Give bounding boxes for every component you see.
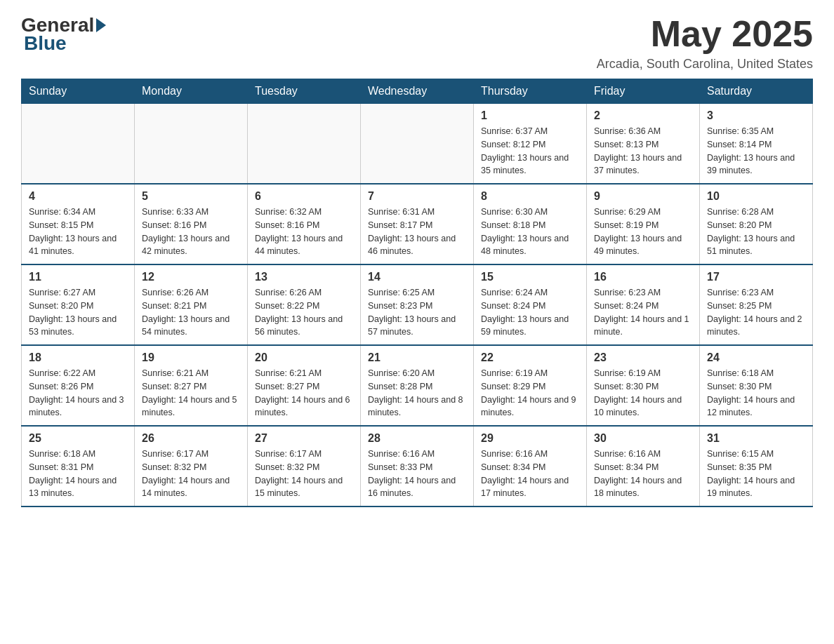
calendar-cell	[135, 104, 248, 185]
calendar-cell	[22, 104, 135, 185]
calendar-cell: 10Sunrise: 6:28 AM Sunset: 8:20 PM Dayli…	[700, 184, 813, 264]
day-number: 6	[255, 190, 353, 203]
calendar-cell: 22Sunrise: 6:19 AM Sunset: 8:29 PM Dayli…	[474, 345, 587, 426]
day-number: 3	[707, 109, 805, 122]
day-info: Sunrise: 6:19 AM Sunset: 8:29 PM Dayligh…	[481, 367, 579, 420]
day-number: 11	[29, 271, 127, 283]
calendar-cell: 16Sunrise: 6:23 AM Sunset: 8:24 PM Dayli…	[587, 264, 700, 345]
week-row-3: 11Sunrise: 6:27 AM Sunset: 8:20 PM Dayli…	[22, 264, 813, 345]
day-number: 30	[594, 432, 692, 445]
header-thursday: Thursday	[474, 79, 587, 104]
day-number: 15	[481, 271, 579, 283]
day-info: Sunrise: 6:35 AM Sunset: 8:14 PM Dayligh…	[707, 125, 805, 177]
day-number: 17	[707, 271, 805, 283]
day-info: Sunrise: 6:23 AM Sunset: 8:24 PM Dayligh…	[594, 286, 692, 339]
calendar-cell: 30Sunrise: 6:16 AM Sunset: 8:34 PM Dayli…	[587, 426, 700, 507]
day-info: Sunrise: 6:17 AM Sunset: 8:32 PM Dayligh…	[142, 448, 240, 500]
day-number: 26	[142, 432, 240, 445]
location-text: Arcadia, South Carolina, United States	[597, 57, 813, 72]
day-info: Sunrise: 6:21 AM Sunset: 8:27 PM Dayligh…	[142, 367, 240, 420]
page-header: General Blue May 2025 Arcadia, South Car…	[21, 14, 813, 72]
day-info: Sunrise: 6:16 AM Sunset: 8:34 PM Dayligh…	[594, 448, 692, 500]
calendar-cell: 29Sunrise: 6:16 AM Sunset: 8:34 PM Dayli…	[474, 426, 587, 507]
calendar-cell: 3Sunrise: 6:35 AM Sunset: 8:14 PM Daylig…	[700, 104, 813, 185]
day-info: Sunrise: 6:24 AM Sunset: 8:24 PM Dayligh…	[481, 286, 579, 339]
week-row-2: 4Sunrise: 6:34 AM Sunset: 8:15 PM Daylig…	[22, 184, 813, 264]
day-number: 1	[481, 109, 579, 122]
calendar-cell: 21Sunrise: 6:20 AM Sunset: 8:28 PM Dayli…	[361, 345, 474, 426]
day-info: Sunrise: 6:34 AM Sunset: 8:15 PM Dayligh…	[29, 206, 127, 258]
calendar-cell: 6Sunrise: 6:32 AM Sunset: 8:16 PM Daylig…	[248, 184, 361, 264]
calendar-header: SundayMondayTuesdayWednesdayThursdayFrid…	[22, 79, 813, 104]
month-title: May 2025	[597, 14, 813, 54]
day-info: Sunrise: 6:16 AM Sunset: 8:34 PM Dayligh…	[481, 448, 579, 500]
calendar-cell: 7Sunrise: 6:31 AM Sunset: 8:17 PM Daylig…	[361, 184, 474, 264]
day-number: 19	[142, 351, 240, 364]
day-info: Sunrise: 6:25 AM Sunset: 8:23 PM Dayligh…	[368, 286, 466, 339]
calendar-cell	[248, 104, 361, 185]
header-sunday: Sunday	[22, 79, 135, 104]
calendar-cell: 9Sunrise: 6:29 AM Sunset: 8:19 PM Daylig…	[587, 184, 700, 264]
day-number: 2	[594, 109, 692, 122]
day-info: Sunrise: 6:19 AM Sunset: 8:30 PM Dayligh…	[594, 367, 692, 420]
logo-blue-text: Blue	[24, 32, 67, 54]
day-info: Sunrise: 6:28 AM Sunset: 8:20 PM Dayligh…	[707, 206, 805, 258]
day-info: Sunrise: 6:21 AM Sunset: 8:27 PM Dayligh…	[255, 367, 353, 420]
calendar-cell	[361, 104, 474, 185]
day-info: Sunrise: 6:27 AM Sunset: 8:20 PM Dayligh…	[29, 286, 127, 339]
day-info: Sunrise: 6:15 AM Sunset: 8:35 PM Dayligh…	[707, 448, 805, 500]
day-info: Sunrise: 6:18 AM Sunset: 8:30 PM Dayligh…	[707, 367, 805, 420]
day-number: 7	[368, 190, 466, 203]
day-info: Sunrise: 6:37 AM Sunset: 8:12 PM Dayligh…	[481, 125, 579, 177]
calendar-table: SundayMondayTuesdayWednesdayThursdayFrid…	[21, 79, 813, 507]
logo: General Blue	[21, 14, 108, 55]
calendar-cell: 26Sunrise: 6:17 AM Sunset: 8:32 PM Dayli…	[135, 426, 248, 507]
calendar-cell: 17Sunrise: 6:23 AM Sunset: 8:25 PM Dayli…	[700, 264, 813, 345]
day-info: Sunrise: 6:32 AM Sunset: 8:16 PM Dayligh…	[255, 206, 353, 258]
day-info: Sunrise: 6:16 AM Sunset: 8:33 PM Dayligh…	[368, 448, 466, 500]
day-number: 29	[481, 432, 579, 445]
day-number: 20	[255, 351, 353, 364]
day-number: 13	[255, 271, 353, 283]
calendar-cell: 14Sunrise: 6:25 AM Sunset: 8:23 PM Dayli…	[361, 264, 474, 345]
calendar-cell: 25Sunrise: 6:18 AM Sunset: 8:31 PM Dayli…	[22, 426, 135, 507]
day-number: 23	[594, 351, 692, 364]
day-number: 25	[29, 432, 127, 445]
calendar-cell: 1Sunrise: 6:37 AM Sunset: 8:12 PM Daylig…	[474, 104, 587, 185]
header-tuesday: Tuesday	[248, 79, 361, 104]
header-wednesday: Wednesday	[361, 79, 474, 104]
calendar-cell: 24Sunrise: 6:18 AM Sunset: 8:30 PM Dayli…	[700, 345, 813, 426]
day-info: Sunrise: 6:30 AM Sunset: 8:18 PM Dayligh…	[481, 206, 579, 258]
day-number: 27	[255, 432, 353, 445]
day-info: Sunrise: 6:22 AM Sunset: 8:26 PM Dayligh…	[29, 367, 127, 420]
day-info: Sunrise: 6:26 AM Sunset: 8:22 PM Dayligh…	[255, 286, 353, 339]
day-number: 4	[29, 190, 127, 203]
calendar-cell: 15Sunrise: 6:24 AM Sunset: 8:24 PM Dayli…	[474, 264, 587, 345]
days-of-week-row: SundayMondayTuesdayWednesdayThursdayFrid…	[22, 79, 813, 104]
header-saturday: Saturday	[700, 79, 813, 104]
day-number: 31	[707, 432, 805, 445]
day-info: Sunrise: 6:31 AM Sunset: 8:17 PM Dayligh…	[368, 206, 466, 258]
calendar-cell: 13Sunrise: 6:26 AM Sunset: 8:22 PM Dayli…	[248, 264, 361, 345]
day-info: Sunrise: 6:26 AM Sunset: 8:21 PM Dayligh…	[142, 286, 240, 339]
calendar-cell: 23Sunrise: 6:19 AM Sunset: 8:30 PM Dayli…	[587, 345, 700, 426]
day-number: 16	[594, 271, 692, 283]
day-number: 28	[368, 432, 466, 445]
calendar-cell: 11Sunrise: 6:27 AM Sunset: 8:20 PM Dayli…	[22, 264, 135, 345]
day-info: Sunrise: 6:29 AM Sunset: 8:19 PM Dayligh…	[594, 206, 692, 258]
header-monday: Monday	[135, 79, 248, 104]
calendar-cell: 8Sunrise: 6:30 AM Sunset: 8:18 PM Daylig…	[474, 184, 587, 264]
day-number: 21	[368, 351, 466, 364]
day-info: Sunrise: 6:33 AM Sunset: 8:16 PM Dayligh…	[142, 206, 240, 258]
calendar-cell: 18Sunrise: 6:22 AM Sunset: 8:26 PM Dayli…	[22, 345, 135, 426]
calendar-body: 1Sunrise: 6:37 AM Sunset: 8:12 PM Daylig…	[22, 104, 813, 507]
day-number: 10	[707, 190, 805, 203]
calendar-cell: 4Sunrise: 6:34 AM Sunset: 8:15 PM Daylig…	[22, 184, 135, 264]
calendar-cell: 28Sunrise: 6:16 AM Sunset: 8:33 PM Dayli…	[361, 426, 474, 507]
calendar-cell: 2Sunrise: 6:36 AM Sunset: 8:13 PM Daylig…	[587, 104, 700, 185]
day-number: 14	[368, 271, 466, 283]
day-number: 12	[142, 271, 240, 283]
day-info: Sunrise: 6:18 AM Sunset: 8:31 PM Dayligh…	[29, 448, 127, 500]
calendar-cell: 5Sunrise: 6:33 AM Sunset: 8:16 PM Daylig…	[135, 184, 248, 264]
calendar-cell: 20Sunrise: 6:21 AM Sunset: 8:27 PM Dayli…	[248, 345, 361, 426]
